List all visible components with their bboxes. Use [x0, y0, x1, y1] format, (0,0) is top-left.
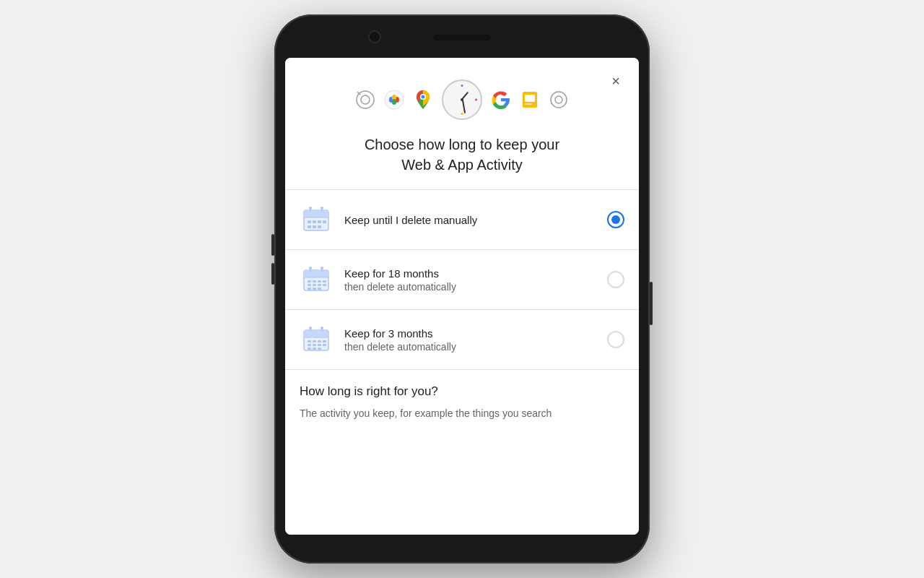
option-18months-radio[interactable] [607, 271, 624, 288]
assistant-icon [381, 87, 407, 113]
option-3months[interactable]: Keep for 3 months then delete automatica… [285, 310, 639, 370]
option-manual-text: Keep until I delete manually [344, 214, 607, 226]
option-manual-title: Keep until I delete manually [344, 214, 607, 226]
app-icons-row [285, 58, 639, 134]
option-18months-subtitle: then delete automatically [344, 281, 607, 293]
calendar-3months-icon [300, 323, 333, 356]
svg-rect-43 [323, 284, 326, 286]
svg-rect-22 [308, 220, 311, 223]
google-icon [488, 87, 514, 113]
svg-rect-42 [318, 284, 321, 286]
svg-rect-54 [308, 340, 311, 342]
lens-icon [546, 87, 572, 113]
svg-rect-45 [313, 288, 316, 290]
maps-icon [410, 87, 436, 113]
svg-point-7 [392, 99, 396, 105]
bottom-section: How long is right for you? The activity … [285, 370, 639, 428]
svg-rect-24 [318, 220, 321, 223]
dialog-title: Choose how long to keep your Web & App A… [307, 134, 617, 175]
clock-icon [442, 79, 482, 120]
svg-point-14 [555, 96, 562, 103]
svg-rect-55 [313, 340, 316, 342]
svg-rect-64 [318, 348, 321, 350]
svg-rect-63 [313, 348, 316, 350]
svg-rect-62 [308, 348, 311, 350]
svg-rect-56 [318, 340, 321, 342]
svg-rect-41 [313, 284, 316, 286]
search-icon [352, 87, 378, 113]
svg-rect-26 [308, 225, 311, 228]
svg-rect-61 [323, 344, 326, 346]
calendar-manual-icon [300, 203, 333, 236]
slides-icon [517, 87, 543, 113]
option-18months-text: Keep for 18 months then delete automatic… [344, 267, 607, 293]
svg-rect-30 [304, 270, 328, 277]
option-3months-text: Keep for 3 months then delete automatica… [344, 327, 607, 353]
svg-rect-16 [304, 210, 328, 217]
svg-point-13 [551, 92, 567, 108]
svg-rect-44 [308, 288, 311, 290]
svg-rect-57 [323, 340, 326, 342]
option-manual-radio[interactable] [607, 211, 624, 228]
svg-rect-11 [525, 95, 535, 102]
svg-rect-12 [525, 103, 532, 105]
svg-point-9 [422, 95, 425, 99]
svg-rect-27 [313, 225, 316, 228]
svg-rect-60 [318, 344, 321, 346]
svg-rect-36 [308, 280, 311, 282]
option-3months-title: Keep for 3 months [344, 327, 607, 340]
svg-rect-58 [308, 344, 311, 346]
phone-speaker [433, 35, 491, 40]
option-18months-title: Keep for 18 months [344, 267, 607, 280]
option-3months-radio[interactable] [607, 331, 624, 348]
title-section: Choose how long to keep your Web & App A… [285, 134, 639, 189]
calendar-18months-icon [300, 263, 333, 296]
bottom-text: The activity you keep, for example the t… [300, 406, 624, 421]
svg-point-1 [361, 95, 370, 104]
phone-mockup: × [274, 14, 650, 564]
svg-rect-39 [323, 280, 326, 282]
bottom-title: How long is right for you? [300, 384, 624, 399]
svg-rect-28 [318, 225, 321, 228]
svg-rect-37 [313, 280, 316, 282]
option-manual[interactable]: Keep until I delete manually [285, 190, 639, 250]
svg-rect-48 [304, 330, 328, 337]
phone-power-button [650, 282, 653, 325]
option-18months[interactable]: Keep for 18 months then delete automatic… [285, 250, 639, 310]
option-3months-subtitle: then delete automatically [344, 341, 607, 353]
dialog: × [285, 58, 639, 535]
svg-rect-59 [313, 344, 316, 346]
close-button[interactable]: × [604, 69, 627, 92]
svg-rect-40 [308, 284, 311, 286]
svg-rect-23 [313, 220, 316, 223]
svg-rect-46 [318, 288, 321, 290]
svg-rect-38 [318, 280, 321, 282]
phone-camera [368, 30, 381, 43]
svg-rect-25 [323, 220, 326, 223]
radio-inner [611, 215, 620, 224]
phone-screen: × [285, 58, 639, 535]
phone-body: × [274, 14, 650, 564]
phone-volume-buttons [271, 234, 274, 292]
